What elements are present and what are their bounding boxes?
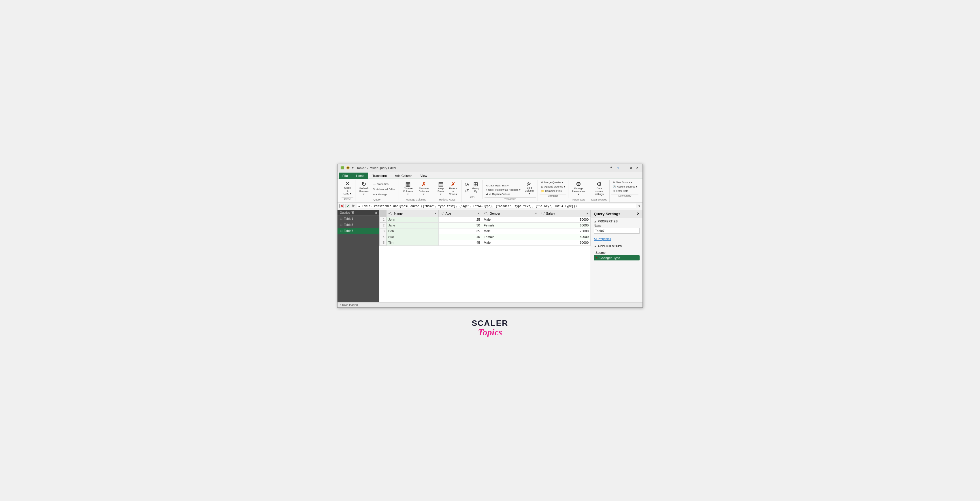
queries-title: Queries [3]	[340, 211, 354, 214]
remove-rows-button[interactable]: ✗ RemoveRows ▾	[447, 180, 460, 197]
keep-rows-button[interactable]: ▤ KeepRows ▾	[435, 180, 447, 197]
formula-bar: ✕ ✓ fx ▼	[337, 203, 643, 210]
formula-input[interactable]	[357, 203, 636, 209]
manage-button[interactable]: ≡ ▾ Manage	[372, 192, 397, 197]
table-row: 3 Bob 35 Male 70000	[380, 228, 590, 234]
merge-queries-button[interactable]: ⊕ Merge Queries ▾	[539, 180, 567, 184]
close-load-button[interactable]: ✕ Close &Load ▾	[342, 180, 353, 196]
restore-button[interactable]: ⧉	[628, 165, 634, 171]
enter-data-button[interactable]: ⊞ Enter Data	[611, 189, 639, 193]
tab-add-column[interactable]: Add Column	[391, 173, 416, 179]
append-queries-icon: ⊞	[541, 185, 543, 188]
applied-steps-section: ▲ APPLIED STEPS Source ✕ Changed Type	[591, 242, 643, 262]
sort-asc-button[interactable]: ↑A	[463, 181, 470, 187]
properties-icon: ☰	[373, 182, 376, 186]
remove-columns-button[interactable]: ✗ RemoveColumns ▾	[416, 180, 431, 197]
table-row: 4 Sue 40 Female 80000	[380, 234, 590, 240]
col-header-gender[interactable]: ABC Gender ▼	[482, 210, 539, 217]
gender-cell: Female	[482, 222, 539, 228]
ribbon-group-reduce-rows: ▤ KeepRows ▾ ✗ RemoveRows ▾ Reduce Rows	[433, 180, 461, 202]
ribbon-group-manage-columns: ▦ ChooseColumns ▾ ✗ RemoveColumns ▾ Mana…	[399, 180, 434, 202]
query-item-table5[interactable]: ⊞ Table5	[337, 222, 379, 228]
col-header-name[interactable]: ABC Name ▼	[387, 210, 439, 217]
col-header-age[interactable]: 123 Age ▼	[439, 210, 482, 217]
ribbon-group-sort: ↑A ↓Z ⊞ GroupBy Sort	[461, 180, 483, 199]
step-changed-type-label: Changed Type	[600, 256, 620, 260]
append-queries-button[interactable]: ⊞ Append Queries ▾	[539, 185, 567, 189]
manage-icon: ≡	[373, 193, 375, 196]
reduce-rows-buttons: ▤ KeepRows ▾ ✗ RemoveRows ▾	[435, 180, 459, 197]
ribbon-collapse-icon[interactable]: ▲	[610, 165, 612, 171]
refresh-preview-button[interactable]: ↻ RefreshPreview ▾	[357, 180, 371, 197]
close-button[interactable]: ✕	[635, 165, 640, 171]
manage-columns-buttons: ▦ ChooseColumns ▾ ✗ RemoveColumns ▾	[401, 180, 431, 197]
properties-button[interactable]: ☰ Properties	[372, 182, 397, 187]
col-salary-label: Salary	[546, 212, 555, 215]
name-filter-icon[interactable]: ▼	[434, 212, 437, 215]
manage-parameters-label: ManageParameters ▾	[571, 187, 586, 196]
queries-collapse-icon[interactable]: ◀	[374, 211, 377, 214]
step-source[interactable]: Source	[594, 250, 640, 255]
col-header-salary[interactable]: 123 Salary ▼	[539, 210, 590, 217]
minimize-button[interactable]: —	[622, 165, 627, 171]
formula-expand-icon[interactable]: ▼	[638, 205, 641, 208]
settings-header: Query Settings ✕	[591, 210, 643, 218]
salary-type-icon: 123	[541, 211, 545, 216]
sort-desc-button[interactable]: ↓Z	[463, 187, 470, 194]
data-source-settings-button[interactable]: ⚙ Data sourcesettings	[591, 180, 608, 197]
settings-close-icon[interactable]: ✕	[637, 212, 640, 216]
new-source-icon: ⊕	[613, 181, 615, 184]
ribbon-group-query: ↻ RefreshPreview ▾ ☰ Properties ✎ Advanc…	[355, 180, 399, 202]
tab-home[interactable]: Home	[352, 173, 368, 179]
new-source-button[interactable]: ⊕ New Source ▾	[611, 180, 639, 184]
query-buttons: ↻ RefreshPreview ▾ ☰ Properties ✎ Advanc…	[357, 180, 397, 197]
status-bar: 5 rows loaded	[337, 302, 643, 308]
tab-transform[interactable]: Transform	[369, 173, 391, 179]
step-delete-icon[interactable]: ✕	[595, 256, 598, 259]
ribbon-group-new-query: ⊕ New Source ▾ 🕐 Recent Sources ▾ ⊞ Ente…	[609, 180, 640, 198]
quick-access: ▼	[352, 166, 354, 170]
ribbon-group-transform: A Data Type: Text ▾ ↑ Use First Row as H…	[483, 180, 538, 201]
group-by-button[interactable]: ⊞ GroupBy	[471, 180, 481, 194]
age-filter-icon[interactable]: ▼	[477, 212, 480, 215]
sort-desc-icon: ↓Z	[465, 189, 469, 193]
combine-files-button[interactable]: 📁 Combine Files	[539, 189, 567, 193]
data-area[interactable]: ABC Name ▼ 123 Age ▼	[379, 210, 590, 302]
replace-values-button[interactable]: ⇄ ↵ Replace Values	[485, 192, 522, 196]
sort-buttons: ↑A ↓Z ⊞ GroupBy	[463, 180, 481, 195]
query-name-input[interactable]	[594, 228, 640, 234]
gender-filter-icon[interactable]: ▼	[535, 212, 537, 215]
table1-icon: ⊞	[340, 217, 342, 221]
formula-cancel-button[interactable]: ✕	[339, 204, 344, 208]
choose-columns-icon: ▦	[405, 181, 411, 187]
table5-icon: ⊞	[340, 223, 342, 227]
all-properties-link[interactable]: All Properties	[594, 238, 611, 241]
formula-fx-label: fx	[352, 204, 355, 208]
sort-group-label: Sort	[463, 195, 481, 198]
help-button[interactable]: ?	[616, 165, 621, 171]
recent-sources-button[interactable]: 🕐 Recent Sources ▾	[611, 185, 639, 189]
tab-file[interactable]: File	[339, 173, 352, 179]
sort-small-buttons: ↑A ↓Z	[463, 181, 470, 194]
query-item-table1[interactable]: ⊞ Table1	[337, 216, 379, 222]
data-type-button[interactable]: A Data Type: Text ▾	[485, 184, 522, 187]
tab-view[interactable]: View	[417, 173, 431, 179]
manage-parameters-button[interactable]: ⚙ ManageParameters ▾	[570, 180, 587, 197]
query-item-table7[interactable]: ⊞ Table7	[337, 228, 379, 234]
advanced-editor-icon: ✎	[373, 187, 375, 191]
salary-filter-icon[interactable]: ▼	[586, 212, 589, 215]
advanced-editor-button[interactable]: ✎ Advanced Editor	[372, 187, 397, 192]
row-num-header	[380, 210, 387, 217]
append-queries-label: Append Queries ▾	[544, 185, 565, 188]
row-num-cell: 5	[380, 240, 387, 246]
choose-columns-button[interactable]: ▦ ChooseColumns ▾	[401, 180, 416, 197]
use-first-row-button[interactable]: ↑ Use First Row as Headers ▾	[485, 188, 522, 192]
split-column-button[interactable]: ⫸ SplitColumn ▾	[523, 180, 536, 196]
queries-header: Queries [3] ◀	[337, 210, 379, 216]
step-changed-type[interactable]: ✕ Changed Type	[594, 255, 640, 260]
age-cell: 45	[439, 240, 482, 246]
formula-confirm-button[interactable]: ✓	[345, 204, 350, 208]
combine-files-icon: 📁	[541, 190, 544, 192]
ribbon-group-combine: ⊕ Merge Queries ▾ ⊞ Append Queries ▾ 📁 C…	[538, 180, 568, 198]
merge-queries-icon: ⊕	[541, 181, 543, 184]
